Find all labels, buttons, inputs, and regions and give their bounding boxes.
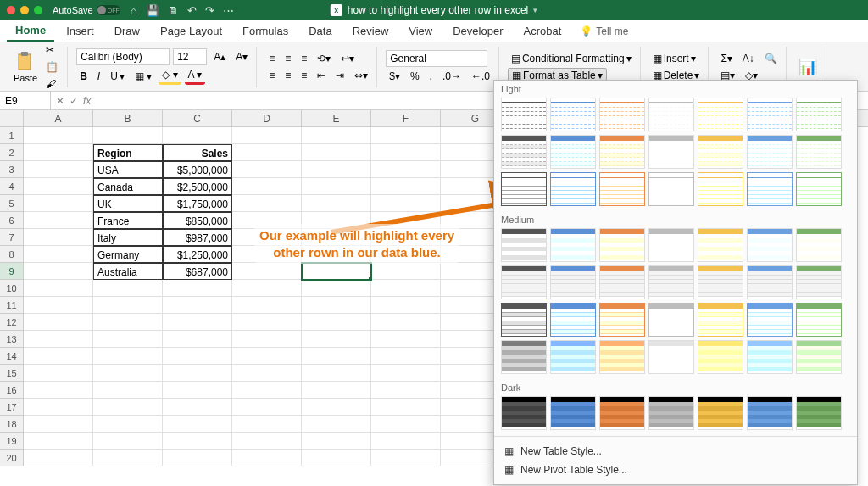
cell[interactable] [163,382,232,399]
paste-button[interactable]: Paste [10,49,41,85]
cell[interactable] [371,280,441,297]
table-style-thumb[interactable] [648,98,694,131]
row-header[interactable]: 1 [0,127,24,144]
cell[interactable] [232,331,302,348]
cell[interactable] [24,365,93,382]
table-style-thumb[interactable] [698,340,743,374]
cell[interactable] [24,433,93,450]
table-style-thumb[interactable] [747,228,793,262]
cell[interactable]: $1,250,000 [163,246,232,263]
row-header[interactable]: 9 [0,263,24,280]
cell[interactable] [163,127,232,144]
row-header[interactable]: 10 [0,280,24,297]
row-header[interactable]: 17 [0,399,24,416]
table-style-thumb[interactable] [599,98,645,131]
cell[interactable]: Region [93,144,163,161]
number-format-select[interactable] [386,50,487,67]
row-header[interactable]: 18 [0,416,24,433]
cell[interactable] [232,178,302,195]
cell[interactable] [302,144,371,161]
cell[interactable]: $2,500,000 [163,178,232,195]
cell[interactable]: Italy [93,229,163,246]
cell[interactable] [232,195,302,212]
cell[interactable] [371,127,441,144]
increase-font-icon[interactable]: A▴ [210,49,229,64]
fx-icon[interactable]: fx [83,95,91,107]
cell[interactable] [93,365,163,382]
font-color-button[interactable]: A ▾ [185,67,206,85]
cell[interactable] [232,416,302,433]
tab-data[interactable]: Data [300,21,340,41]
cell[interactable] [163,365,232,382]
underline-button[interactable]: U ▾ [107,69,128,84]
table-style-thumb[interactable] [698,396,743,430]
enter-formula-icon[interactable]: ✓ [70,95,78,107]
minimize-icon[interactable] [20,6,29,14]
merge-icon[interactable]: ⇔▾ [351,68,371,83]
table-style-thumb[interactable] [599,228,645,262]
cell[interactable] [163,280,232,297]
cell[interactable] [163,297,232,314]
cell[interactable] [163,450,232,466]
table-style-thumb[interactable] [648,396,694,430]
cell[interactable] [232,314,302,331]
cell[interactable] [24,280,93,297]
col-header-D[interactable]: D [232,110,302,126]
align-left-icon[interactable]: ≡ [265,68,278,83]
table-style-thumb[interactable] [648,172,694,206]
table-style-thumb[interactable] [599,135,645,169]
table-style-thumb[interactable] [796,303,842,337]
col-header-C[interactable]: C [163,110,232,126]
cell[interactable] [232,263,302,280]
tab-formulas[interactable]: Formulas [234,21,297,41]
cell[interactable] [302,263,371,280]
table-style-thumb[interactable] [698,135,743,169]
cell[interactable]: Sales [163,144,232,161]
row-header[interactable]: 6 [0,212,24,229]
format-painter-button[interactable]: 🖌 [42,76,62,92]
cell[interactable] [93,127,163,144]
cell[interactable] [371,365,441,382]
cell[interactable] [163,416,232,433]
cell[interactable] [371,144,441,161]
table-style-thumb[interactable] [599,396,645,430]
cell[interactable] [24,178,93,195]
cell[interactable] [371,416,441,433]
cell[interactable] [24,416,93,433]
copy-button[interactable]: 📋 [42,59,62,75]
cell[interactable]: UK [93,195,163,212]
indent-left-icon[interactable]: ⇤ [314,68,329,83]
font-size-select[interactable] [173,48,207,65]
cell[interactable] [24,399,93,416]
row-header[interactable]: 19 [0,433,24,450]
cell[interactable]: $987,000 [163,229,232,246]
sort-icon[interactable]: A↓ [739,51,758,66]
cell[interactable] [232,127,302,144]
row-header[interactable]: 5 [0,195,24,212]
insert-button[interactable]: ▦ Insert ▾ [649,51,699,66]
cell[interactable] [24,246,93,263]
table-style-thumb[interactable] [550,396,596,430]
table-style-thumb[interactable] [698,265,743,299]
cell[interactable]: France [93,212,163,229]
cell[interactable] [93,297,163,314]
row-header[interactable]: 3 [0,161,24,178]
decrease-font-icon[interactable]: A▾ [232,49,251,64]
table-style-thumb[interactable] [550,265,596,299]
table-style-thumb[interactable] [550,172,596,206]
cell[interactable] [371,263,441,280]
tab-developer[interactable]: Developer [444,21,511,41]
col-header-A[interactable]: A [24,110,93,126]
more-icon[interactable]: ⋯ [223,4,234,17]
cell[interactable] [302,348,371,365]
cell[interactable] [24,314,93,331]
row-header[interactable]: 15 [0,365,24,382]
row-header[interactable]: 7 [0,229,24,246]
orientation-icon[interactable]: ⟲▾ [314,51,334,66]
row-header[interactable]: 16 [0,382,24,399]
align-top-icon[interactable]: ≡ [265,51,278,66]
row-header[interactable]: 2 [0,144,24,161]
tab-page-layout[interactable]: Page Layout [152,21,231,41]
table-style-thumb[interactable] [501,135,547,169]
cell[interactable] [93,450,163,466]
